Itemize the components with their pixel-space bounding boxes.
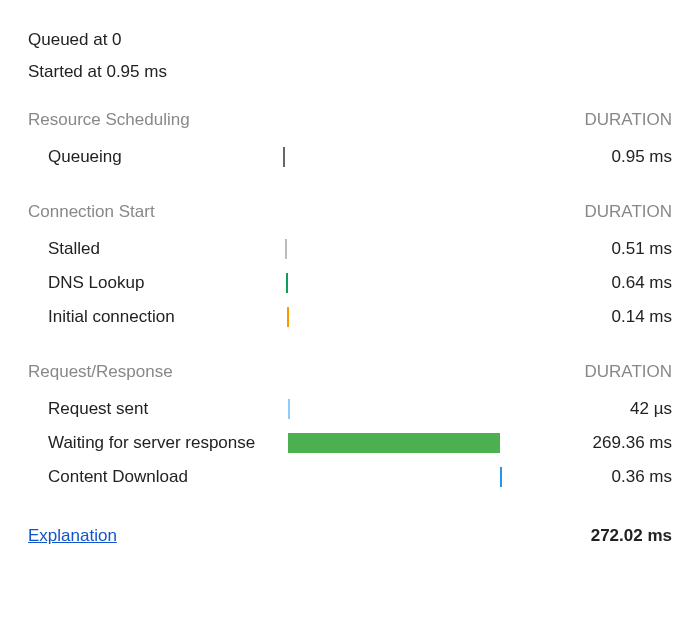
explanation-link[interactable]: Explanation bbox=[28, 526, 117, 546]
row-label: Stalled bbox=[28, 239, 263, 259]
row-request-sent: Request sent 42 µs bbox=[28, 392, 672, 426]
row-label: DNS Lookup bbox=[28, 273, 263, 293]
timing-bar-stalled bbox=[285, 239, 287, 259]
timing-bar-request-sent bbox=[288, 399, 290, 419]
row-dns-lookup: DNS Lookup 0.64 ms bbox=[28, 266, 672, 300]
bar-cell bbox=[263, 466, 503, 488]
row-label: Content Download bbox=[28, 467, 263, 487]
section-request-response: Request/Response DURATION Request sent 4… bbox=[28, 362, 672, 494]
row-value: 0.64 ms bbox=[503, 273, 672, 293]
started-at-text: Started at 0.95 ms bbox=[28, 62, 672, 82]
row-content-download: Content Download 0.36 ms bbox=[28, 460, 672, 494]
timing-bar-waiting bbox=[288, 433, 500, 453]
row-value: 42 µs bbox=[503, 399, 672, 419]
duration-header: DURATION bbox=[584, 110, 672, 130]
row-value: 0.51 ms bbox=[503, 239, 672, 259]
row-initial-connection: Initial connection 0.14 ms bbox=[28, 300, 672, 334]
duration-header: DURATION bbox=[584, 362, 672, 382]
row-label: Request sent bbox=[28, 399, 263, 419]
row-waiting: Waiting for server response 269.36 ms bbox=[28, 426, 672, 460]
section-title: Connection Start bbox=[28, 202, 155, 222]
bar-cell bbox=[263, 146, 503, 168]
row-stalled: Stalled 0.51 ms bbox=[28, 232, 672, 266]
duration-header: DURATION bbox=[584, 202, 672, 222]
row-label: Queueing bbox=[28, 147, 263, 167]
row-value: 0.36 ms bbox=[503, 467, 672, 487]
section-resource-scheduling: Resource Scheduling DURATION Queueing 0.… bbox=[28, 110, 672, 174]
bar-cell bbox=[263, 238, 503, 260]
section-title: Resource Scheduling bbox=[28, 110, 190, 130]
row-label: Waiting for server response bbox=[28, 433, 263, 453]
bar-cell bbox=[263, 432, 503, 454]
timing-bar-dns bbox=[286, 273, 288, 293]
section-title: Request/Response bbox=[28, 362, 173, 382]
row-value: 269.36 ms bbox=[503, 433, 672, 453]
row-label: Initial connection bbox=[28, 307, 263, 327]
bar-cell bbox=[263, 398, 503, 420]
timing-bar-queueing bbox=[283, 147, 285, 167]
queued-at-text: Queued at 0 bbox=[28, 30, 672, 50]
timing-bar-content-download bbox=[500, 467, 502, 487]
bar-cell bbox=[263, 272, 503, 294]
row-queueing: Queueing 0.95 ms bbox=[28, 140, 672, 174]
total-duration: 272.02 ms bbox=[591, 526, 672, 546]
timing-bar-initial-connection bbox=[287, 307, 289, 327]
bar-cell bbox=[263, 306, 503, 328]
row-value: 0.95 ms bbox=[503, 147, 672, 167]
row-value: 0.14 ms bbox=[503, 307, 672, 327]
section-connection-start: Connection Start DURATION Stalled 0.51 m… bbox=[28, 202, 672, 334]
